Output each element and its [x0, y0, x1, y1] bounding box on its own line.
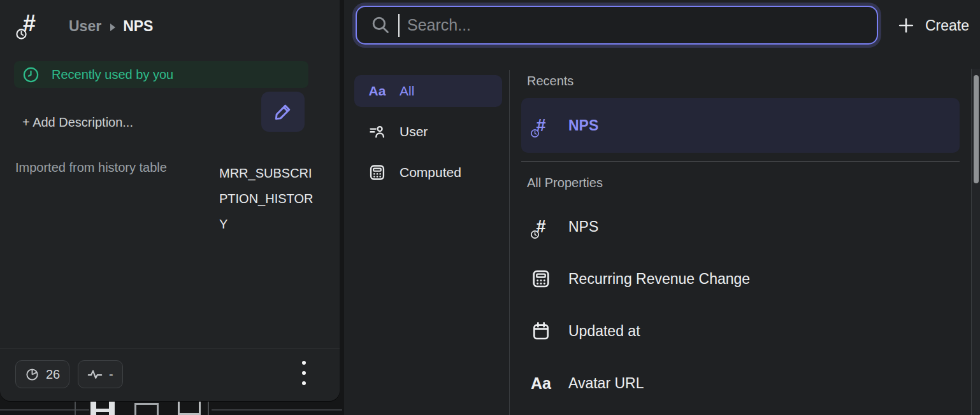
import-source-value: MRR_SUBSCRIPTION_HISTORY: [219, 160, 320, 237]
recently-used-badge: Recently used by you: [14, 61, 308, 88]
section-divider: [521, 161, 960, 162]
filter-label: User: [400, 124, 428, 139]
breadcrumb: User NPS: [69, 18, 153, 35]
clock-icon: [530, 230, 540, 239]
underlay-line: [212, 409, 342, 411]
calculator-icon: [529, 269, 553, 289]
underlay-line: [208, 402, 209, 415]
text-cursor: [398, 14, 400, 37]
activity-value: -: [109, 367, 113, 382]
property-item-label: NPS: [568, 218, 598, 236]
property-item-updated-at[interactable]: Updated at: [521, 314, 960, 348]
search-input[interactable]: [407, 16, 877, 34]
search-icon: [371, 15, 391, 35]
property-item-nps[interactable]: # NPS: [521, 210, 960, 243]
recents-section-title: Recents: [527, 74, 573, 88]
recent-item-nps[interactable]: # NPS: [521, 98, 960, 153]
footer-divider: [0, 348, 340, 349]
clock-icon: [530, 129, 540, 138]
pie-chart-icon: [25, 367, 40, 382]
underlay-line: [75, 402, 76, 415]
filter-computed[interactable]: Computed: [354, 157, 502, 188]
chart-type-icon: [90, 402, 115, 415]
filter-label: Computed: [400, 165, 461, 180]
property-picker-modal: Create Aa All User: [344, 0, 980, 415]
chevron-right-icon: [110, 24, 115, 31]
search-bar[interactable]: [356, 6, 878, 45]
filter-user[interactable]: User: [354, 116, 502, 148]
calculator-icon: [367, 164, 387, 181]
calendar-icon: [529, 321, 553, 341]
property-detail-panel: # User NPS Recently used by you + Add De…: [0, 0, 340, 401]
property-item-recurring-revenue-change[interactable]: Recurring Revenue Change: [521, 262, 960, 295]
recent-item-label: NPS: [568, 117, 598, 134]
user-properties-icon: [367, 123, 387, 141]
property-item-avatar-url[interactable]: Aa Avatar URL: [521, 367, 960, 400]
chart-type-icon: [178, 402, 201, 415]
filter-all[interactable]: Aa All: [354, 75, 502, 107]
more-options-button[interactable]: [294, 355, 313, 391]
numeric-history-icon: #: [529, 217, 553, 237]
filter-label: All: [400, 83, 414, 99]
numeric-history-icon: #: [23, 10, 54, 43]
scrollbar-track[interactable]: [971, 69, 980, 415]
text-type-icon: Aa: [529, 374, 553, 393]
underlay-line: [0, 409, 89, 411]
plus-icon: [897, 17, 915, 34]
panel-divider: [509, 70, 510, 415]
property-item-label: Recurring Revenue Change: [568, 271, 750, 288]
all-properties-section-title: All Properties: [527, 176, 603, 190]
create-label: Create: [925, 17, 969, 34]
chart-type-icon: [134, 403, 159, 415]
kebab-menu-icon: [302, 361, 306, 365]
scrollbar-thumb[interactable]: [974, 75, 979, 183]
clock-icon: [15, 28, 27, 40]
text-type-icon: Aa: [367, 83, 387, 99]
cardinality-button[interactable]: 26: [15, 360, 69, 388]
clock-icon: [22, 66, 40, 83]
add-description-button[interactable]: + Add Description...: [22, 115, 133, 130]
activity-button[interactable]: -: [78, 360, 123, 388]
recently-used-label: Recently used by you: [52, 67, 173, 82]
pencil-icon: [273, 102, 293, 122]
activity-icon: [87, 368, 103, 381]
import-source-label: Imported from history table: [15, 160, 167, 175]
breadcrumb-parent[interactable]: User: [69, 18, 101, 35]
type-filter-list: Aa All User Computed: [354, 75, 502, 197]
cardinality-count: 26: [46, 367, 60, 382]
breadcrumb-current: NPS: [123, 18, 153, 35]
property-item-label: Updated at: [568, 323, 640, 340]
edit-button[interactable]: [261, 92, 305, 132]
create-button[interactable]: Create: [891, 0, 980, 51]
numeric-history-icon: #: [529, 116, 553, 136]
property-item-label: Avatar URL: [568, 375, 644, 392]
